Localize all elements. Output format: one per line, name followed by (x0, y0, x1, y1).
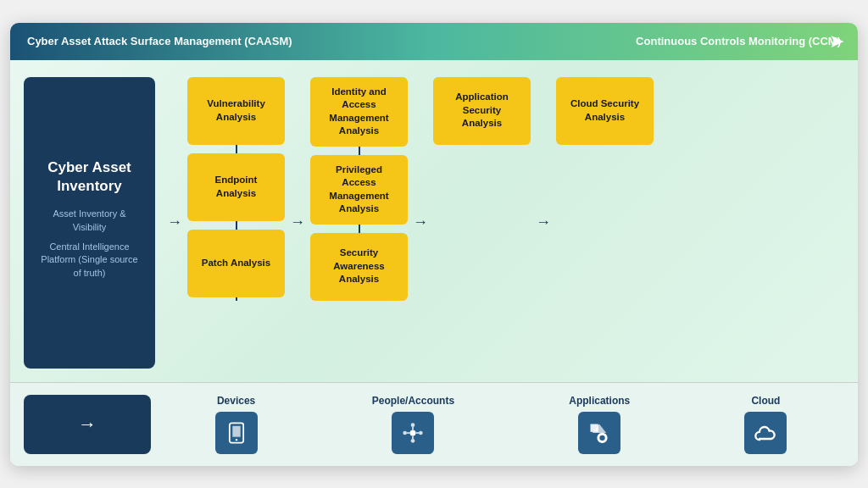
col3: Application Security Analysis (433, 77, 531, 369)
pam-analysis-box: Privileged Access Management Analysis (310, 155, 408, 225)
security-awareness-box: Security Awareness Analysis (310, 233, 408, 301)
inventory-title: Cyber Asset Inventory (37, 158, 142, 196)
svg-point-5 (411, 439, 415, 443)
col2: Identity and Access Management Analysis … (310, 77, 408, 369)
arrow-col3-col4 (531, 77, 556, 369)
inventory-panel: Cyber Asset Inventory Asset Inventory & … (24, 77, 155, 369)
svg-rect-1 (232, 425, 240, 436)
iam-analysis-box: Identity and Access Management Analysis (310, 77, 408, 147)
devices-label: Devices (217, 395, 255, 407)
cloud-label: Cloud (751, 395, 780, 407)
cloud-security-box: Cloud Security Analysis (556, 77, 654, 145)
bottom-arrow-icon: → (78, 413, 97, 435)
main-content: Cyber Asset Inventory Asset Inventory & … (10, 60, 858, 382)
cloud-icon (744, 412, 787, 454)
top-banner: Cyber Asset Attack Surface Management (C… (10, 23, 858, 60)
vulnerability-analysis-box: Vulnerability Analysis (187, 77, 285, 145)
banner-ccm-label: Continuous Controls Monitoring (CCM) (434, 35, 841, 47)
col4: Cloud Security Analysis (556, 77, 654, 369)
applications-label: Applications (569, 395, 630, 407)
bottom-cloud: Cloud (744, 395, 787, 454)
people-label: People/Accounts (372, 395, 454, 407)
people-icon (392, 412, 434, 454)
inventory-sub2: Central Intelligence Platform (Single so… (37, 241, 142, 280)
col1: Vulnerability Analysis Endpoint Analysis… (187, 77, 285, 369)
arrow-col2-col3 (408, 77, 433, 369)
banner-arrow-icon: ➤ (829, 30, 844, 53)
inventory-sub1: Asset Inventory & Visibility (37, 208, 142, 234)
devices-icon (215, 412, 258, 454)
arrow-inventory-col1 (162, 77, 187, 369)
banner-caasm-label: Cyber Asset Attack Surface Management (C… (27, 35, 434, 47)
bottom-devices: Devices (215, 395, 258, 454)
bottom-people: People/Accounts (372, 395, 454, 454)
svg-point-4 (411, 423, 415, 427)
app-security-box: Application Security Analysis (433, 77, 531, 145)
svg-point-3 (410, 430, 416, 435)
bottom-applications: Applications (569, 395, 630, 454)
patch-analysis-box: Patch Analysis (187, 230, 285, 297)
diagram-wrapper: Cyber Asset Attack Surface Management (C… (10, 23, 858, 466)
bottom-section: → Devices People/Accounts (10, 382, 858, 466)
svg-point-7 (419, 430, 423, 435)
applications-icon (578, 412, 620, 454)
svg-point-2 (235, 439, 236, 441)
arrow-col1-col2 (285, 77, 310, 369)
endpoint-analysis-box: Endpoint Analysis (187, 153, 285, 221)
bottom-items: Devices People/Accounts (158, 395, 844, 454)
svg-point-6 (403, 430, 408, 435)
bottom-inventory-block: → (24, 395, 151, 454)
svg-point-14 (598, 434, 606, 441)
